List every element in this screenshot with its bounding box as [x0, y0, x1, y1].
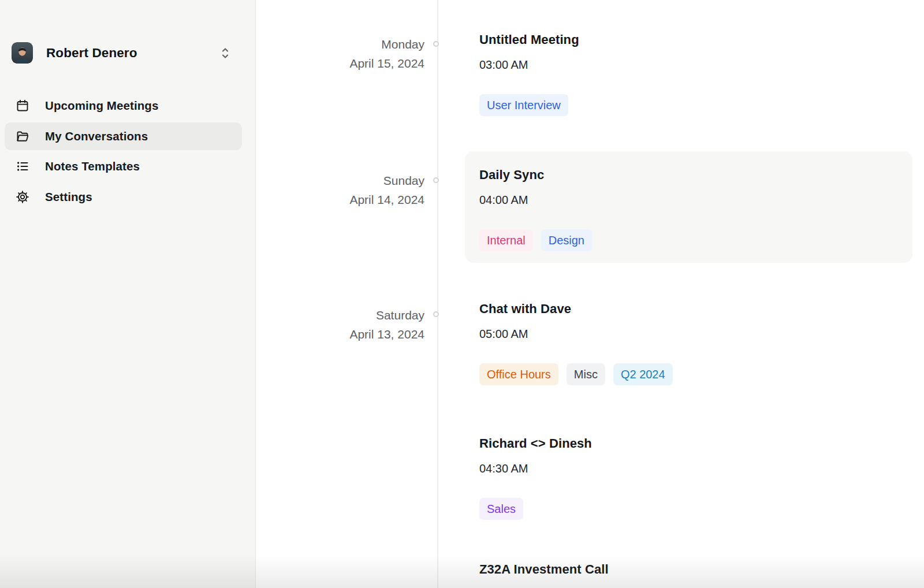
meeting-time: 05:00 AM — [479, 326, 673, 342]
date-full: April 13, 2024 — [256, 325, 424, 344]
date-full: April 14, 2024 — [256, 190, 424, 209]
meeting-time: 03:00 AM — [479, 57, 579, 73]
avatar — [12, 42, 33, 64]
timeline-dot — [433, 177, 439, 183]
meeting-tags: User Interview — [479, 94, 579, 116]
folder-icon — [16, 129, 29, 143]
tag-internal[interactable]: Internal — [479, 229, 533, 251]
date-weekday: Saturday — [256, 306, 424, 325]
conversations-timeline: Monday April 15, 2024 Sunday April 14, 2… — [256, 0, 924, 588]
meeting-tags: Internal Design — [479, 229, 896, 251]
tag-misc[interactable]: Misc — [567, 363, 605, 385]
meeting-tags: Office Hours Misc Q2 2024 — [479, 363, 673, 385]
meeting-title: Z32A Investment Call — [479, 561, 609, 578]
meeting-title: Daily Sync — [479, 167, 896, 183]
timeline-line — [437, 0, 438, 588]
tag-user-interview[interactable]: User Interview — [479, 94, 568, 116]
profile-name: Robert Denero — [46, 46, 137, 61]
chevron-up-down-icon — [219, 46, 231, 61]
date-full: April 15, 2024 — [256, 54, 424, 73]
meeting-item-chat-with-dave[interactable]: Chat with Dave 05:00 AM Office Hours Mis… — [479, 301, 673, 385]
meeting-item-daily-sync[interactable]: Daily Sync 04:00 AM Internal Design — [465, 151, 912, 263]
tag-sales[interactable]: Sales — [479, 498, 523, 520]
tag-office-hours[interactable]: Office Hours — [479, 363, 558, 385]
date-weekday: Sunday — [256, 171, 424, 190]
meeting-time: 04:00 AM — [479, 192, 896, 208]
sidebar-item-label: My Conversations — [45, 129, 148, 143]
date-weekday: Monday — [256, 35, 424, 54]
tag-q2-2024[interactable]: Q2 2024 — [613, 363, 673, 385]
sidebar-item-label: Notes Templates — [45, 159, 140, 173]
sidebar-item-my-conversations[interactable]: My Conversations — [5, 122, 242, 150]
sidebar-item-settings[interactable]: Settings — [5, 183, 242, 211]
gear-icon — [16, 190, 29, 204]
sidebar-item-label: Upcoming Meetings — [45, 99, 158, 113]
sidebar-item-notes-templates[interactable]: Notes Templates — [5, 152, 242, 180]
date-label: Monday April 15, 2024 — [256, 35, 424, 73]
sidebar-item-label: Settings — [45, 190, 92, 204]
meeting-title: Chat with Dave — [479, 301, 673, 317]
meeting-item-untitled-meeting[interactable]: Untitled Meeting 03:00 AM User Interview — [479, 32, 579, 116]
timeline-dot — [433, 41, 439, 47]
meeting-item-z32a-investment-call[interactable]: Z32A Investment Call — [479, 561, 609, 578]
calendar-icon — [16, 99, 29, 113]
profile-switcher[interactable]: Robert Denero — [12, 42, 243, 64]
meeting-item-richard-dinesh[interactable]: Richard <> Dinesh 04:30 AM Sales — [479, 436, 592, 520]
tag-design[interactable]: Design — [541, 229, 592, 251]
app-window: Robert Denero Upcoming Meet — [0, 0, 924, 588]
meeting-time: 04:30 AM — [479, 461, 592, 477]
list-icon — [16, 159, 29, 173]
meeting-title: Untitled Meeting — [479, 32, 579, 48]
timeline-dot — [433, 311, 439, 317]
date-label: Saturday April 13, 2024 — [256, 306, 424, 344]
sidebar: Robert Denero Upcoming Meet — [0, 0, 256, 588]
sidebar-item-upcoming-meetings[interactable]: Upcoming Meetings — [5, 92, 242, 120]
meeting-title: Richard <> Dinesh — [479, 436, 592, 452]
date-label: Sunday April 14, 2024 — [256, 171, 424, 209]
sidebar-nav: Upcoming Meetings My Conversations — [5, 92, 242, 213]
meeting-tags: Sales — [479, 498, 592, 520]
